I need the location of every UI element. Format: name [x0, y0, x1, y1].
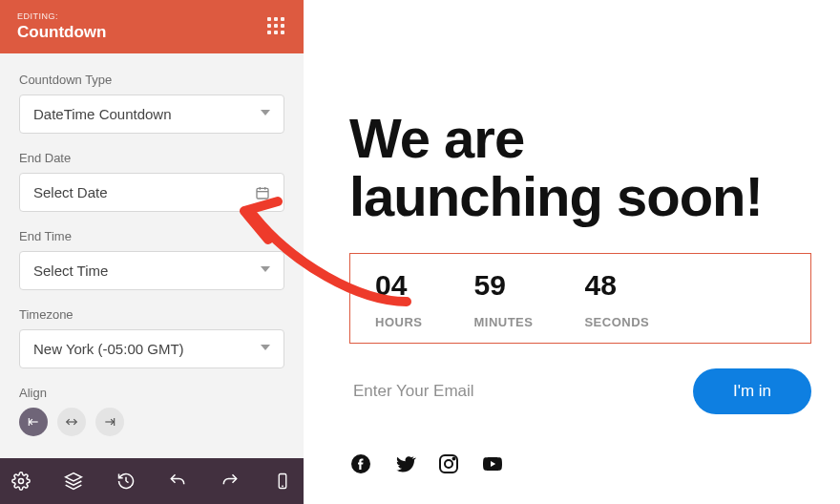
- minutes-value: 59: [473, 269, 533, 302]
- align-label: Align: [19, 386, 284, 400]
- timezone-label: Timezone: [19, 307, 284, 322]
- svg-line-12: [126, 481, 129, 483]
- email-input[interactable]: [349, 372, 672, 410]
- end-date-input[interactable]: Select Date: [19, 173, 284, 212]
- seconds-label: SECONDS: [584, 315, 649, 329]
- settings-icon[interactable]: [11, 471, 32, 492]
- countdown-type-select[interactable]: DateTime Countdown: [19, 94, 284, 134]
- countdown-hours: 04 HOURS: [375, 269, 422, 329]
- svg-point-17: [453, 457, 455, 459]
- minutes-label: MINUTES: [473, 315, 533, 329]
- chevron-down-icon: [261, 345, 270, 354]
- chevron-down-icon: [261, 110, 270, 119]
- svg-marker-10: [66, 473, 82, 481]
- countdown-seconds: 48 SECONDS: [584, 269, 649, 329]
- social-links: [349, 452, 811, 479]
- countdown-widget[interactable]: 04 HOURS 59 MINUTES 48 SECONDS: [349, 253, 811, 344]
- submit-button[interactable]: I'm in: [693, 368, 811, 414]
- align-right-button[interactable]: [95, 408, 124, 436]
- drag-handle-icon[interactable]: [267, 17, 286, 36]
- countdown-type-value: DateTime Countdown: [33, 106, 172, 122]
- layers-icon[interactable]: [64, 471, 84, 492]
- preview-canvas: We are launching soon! 04 HOURS 59 MINUT…: [304, 0, 840, 504]
- headline: We are launching soon!: [349, 110, 811, 226]
- timezone-value: New York (-05:00 GMT): [33, 341, 184, 357]
- end-date-label: End Date: [19, 151, 284, 165]
- end-time-label: End Time: [19, 229, 284, 243]
- email-capture-row: I'm in: [349, 368, 811, 414]
- end-time-value: Select Time: [33, 262, 108, 279]
- youtube-icon[interactable]: [481, 452, 504, 479]
- editing-label: EDITING:: [17, 11, 106, 21]
- twitter-icon[interactable]: [393, 452, 416, 479]
- hours-label: HOURS: [375, 315, 422, 329]
- redo-icon[interactable]: [220, 471, 241, 492]
- align-left-button[interactable]: [19, 408, 48, 436]
- history-icon[interactable]: [116, 471, 136, 492]
- chevron-down-icon: [261, 266, 270, 276]
- timezone-select[interactable]: New York (-05:00 GMT): [19, 329, 284, 368]
- mobile-preview-icon[interactable]: [272, 471, 292, 492]
- end-date-value: Select Date: [33, 184, 108, 200]
- hours-value: 04: [375, 269, 422, 302]
- panel-body: Countdown Type DateTime Countdown End Da…: [0, 53, 304, 458]
- panel-header: EDITING: Countdown: [0, 0, 304, 53]
- undo-icon[interactable]: [168, 471, 188, 492]
- panel-title: Countdown: [17, 23, 106, 42]
- svg-point-16: [445, 460, 452, 468]
- align-center-button[interactable]: [57, 408, 86, 436]
- end-time-select[interactable]: Select Time: [19, 251, 284, 290]
- headline-line1: We are: [349, 107, 524, 169]
- seconds-value: 48: [584, 269, 649, 302]
- instagram-icon[interactable]: [437, 452, 460, 479]
- headline-line2: launching soon!: [349, 165, 763, 227]
- panel-footer: [0, 458, 304, 504]
- facebook-icon[interactable]: [349, 452, 372, 479]
- svg-point-9: [19, 479, 24, 484]
- editor-panel: EDITING: Countdown Countdown Type DateTi…: [0, 0, 304, 504]
- countdown-minutes: 59 MINUTES: [473, 269, 533, 329]
- calendar-icon: [255, 185, 270, 200]
- svg-rect-0: [257, 188, 268, 199]
- countdown-type-label: Countdown Type: [19, 73, 284, 87]
